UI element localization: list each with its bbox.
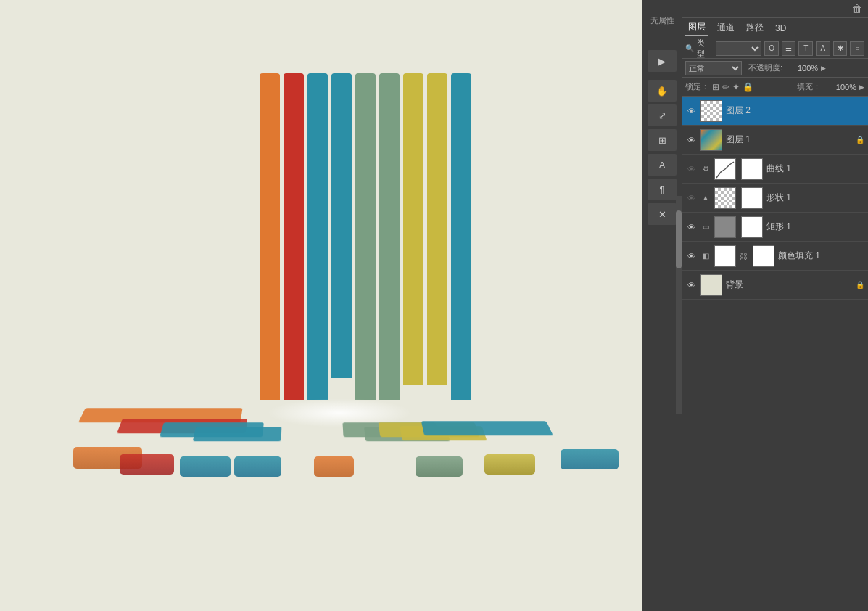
artwork bbox=[67, 52, 575, 559]
blend-select[interactable]: 正常 bbox=[685, 61, 742, 75]
vbar-5 bbox=[355, 73, 376, 400]
fill-value: 100% bbox=[824, 83, 856, 91]
floor-bar-teal3 bbox=[421, 421, 553, 435]
text-button[interactable]: A bbox=[648, 154, 677, 176]
vbar-3 bbox=[307, 73, 328, 400]
trash-icon[interactable]: 🗑 bbox=[852, 3, 862, 15]
layer-row-bg[interactable]: 👁 背景 🔒 bbox=[682, 271, 868, 300]
vbar-1 bbox=[260, 73, 280, 400]
lock-bg: 🔒 bbox=[856, 281, 864, 290]
tab-3d[interactable]: 3D bbox=[772, 22, 789, 35]
vbar-6 bbox=[379, 73, 400, 400]
vbar-2 bbox=[284, 73, 304, 400]
blend-row: 正常 不透明度: 100% ▶ bbox=[682, 59, 868, 78]
eye-layer2[interactable]: 👁 bbox=[685, 105, 697, 117]
opacity-label: 不透明度: bbox=[748, 62, 782, 73]
thumb-rect1 bbox=[714, 216, 736, 238]
rect-icon: ▭ bbox=[700, 221, 711, 233]
eye-shape1[interactable]: 👁 bbox=[685, 192, 697, 204]
layer-name-1: 图层 1 bbox=[726, 134, 852, 146]
puppet-button[interactable]: ✋ bbox=[648, 80, 677, 102]
filter-btn-5[interactable]: ✱ bbox=[833, 41, 848, 56]
opacity-arrow: ▶ bbox=[821, 65, 826, 72]
mask-curves1 bbox=[741, 158, 763, 180]
thumb-shape1 bbox=[714, 187, 736, 209]
eye-fill1[interactable]: 👁 bbox=[685, 250, 697, 262]
fill-arrow: ▶ bbox=[859, 83, 864, 91]
lock-label: 锁定： bbox=[685, 81, 709, 92]
thumb-layer1 bbox=[700, 129, 722, 151]
end-cap-teal2 bbox=[234, 456, 281, 477]
layer-row-layer1[interactable]: 👁 图层 1 🔒 bbox=[682, 126, 868, 155]
eye-bg[interactable]: 👁 bbox=[685, 279, 697, 291]
tab-channels[interactable]: 通道 bbox=[714, 20, 737, 36]
no-properties-label: 无属性 bbox=[644, 9, 680, 31]
tab-layers[interactable]: 图层 bbox=[685, 20, 708, 36]
warp-button[interactable]: ⤢ bbox=[648, 104, 677, 126]
para-button[interactable]: ¶ bbox=[648, 179, 677, 200]
mask-shape1 bbox=[741, 187, 763, 209]
end-cap-teal1 bbox=[180, 456, 231, 477]
layer-row-fill1[interactable]: 👁 ◧ ⛓ 颜色填充 1 bbox=[682, 242, 868, 271]
end-cap-yellow1 bbox=[484, 454, 535, 475]
layer-name-fill: 颜色填充 1 bbox=[778, 250, 864, 262]
scrollbar-thumb[interactable] bbox=[676, 210, 682, 268]
filter-label: 类型 bbox=[697, 38, 713, 60]
lock-icon-all[interactable]: 🔒 bbox=[743, 82, 753, 92]
shape-icon: ▲ bbox=[700, 192, 711, 204]
chain-icon-fill1: ⛓ bbox=[740, 252, 748, 261]
end-cap-teal3 bbox=[561, 449, 619, 469]
end-cap-red bbox=[120, 454, 174, 475]
settings-button[interactable]: ✕ bbox=[648, 203, 677, 225]
eye-curves1[interactable]: 👁 bbox=[685, 163, 697, 175]
mask-rect1 bbox=[741, 216, 763, 238]
scrollbar[interactable] bbox=[676, 196, 682, 414]
floor-bar-teal2 bbox=[192, 427, 281, 441]
vbar-4 bbox=[331, 73, 352, 378]
filter-select[interactable] bbox=[716, 41, 762, 56]
thumb-bg bbox=[700, 274, 722, 296]
tab-paths[interactable]: 路径 bbox=[743, 20, 766, 36]
fill-icon: ◧ bbox=[700, 250, 711, 262]
fill-label: 填充： bbox=[797, 81, 821, 92]
filter-search-icon: 🔍 bbox=[685, 44, 694, 52]
thumb-fill1 bbox=[714, 245, 736, 267]
filter-btn-1[interactable]: Q bbox=[764, 41, 779, 56]
opacity-value: 100% bbox=[785, 64, 818, 73]
lock-icon-pos[interactable]: ⊞ bbox=[712, 82, 719, 92]
vbar-7 bbox=[403, 73, 423, 385]
layer-name-bg: 背景 bbox=[726, 279, 852, 291]
align-button[interactable]: ⊞ bbox=[648, 129, 677, 151]
filter-row: 🔍 类型 Q ☰ T A ✱ ○ bbox=[682, 38, 868, 59]
mask-fill1 bbox=[753, 245, 774, 267]
layer-name-rect: 矩形 1 bbox=[766, 221, 864, 233]
layer-name-curves: 曲线 1 bbox=[766, 163, 864, 175]
trash-bar: 🗑 bbox=[682, 0, 868, 18]
adj-icon-curves: ⚙ bbox=[700, 163, 711, 175]
filter-toggle[interactable]: ○ bbox=[850, 41, 864, 56]
filter-btn-2[interactable]: ☰ bbox=[782, 41, 796, 56]
lock-row: 锁定： ⊞ ✏ ✦ 🔒 填充： 100% ▶ bbox=[682, 78, 868, 97]
end-cap-orange2 bbox=[314, 456, 354, 477]
layer-row-curves1[interactable]: 👁 ⚙ 曲线 1 bbox=[682, 155, 868, 184]
filter-btn-4[interactable]: A bbox=[816, 41, 830, 56]
layer-row-layer2[interactable]: 👁 图层 2 bbox=[682, 97, 868, 126]
lock-icon-draw[interactable]: ✏ bbox=[722, 82, 729, 92]
layer-name-shape: 形状 1 bbox=[766, 192, 864, 204]
lock-icon-art[interactable]: ✦ bbox=[732, 82, 740, 92]
end-cap-green1 bbox=[416, 456, 463, 477]
filter-btn-3[interactable]: T bbox=[798, 41, 813, 56]
layer-name-2: 图层 2 bbox=[726, 104, 864, 117]
eye-rect1[interactable]: 👁 bbox=[685, 221, 697, 233]
eye-layer1[interactable]: 👁 bbox=[685, 134, 697, 146]
vbar-8 bbox=[427, 73, 447, 385]
layer-row-shape1[interactable]: 👁 ▲ 形状 1 bbox=[682, 184, 868, 213]
thumb-curves1 bbox=[714, 158, 736, 180]
play-button[interactable]: ▶ bbox=[648, 50, 677, 72]
layer-row-rect1[interactable]: 👁 ▭ 矩形 1 bbox=[682, 213, 868, 242]
layers-panel: 🗑 图层 通道 路径 3D 🔍 类型 Q ☰ T A ✱ ○ 正常 不透明度: … bbox=[682, 0, 868, 611]
thumb-layer2 bbox=[700, 100, 722, 122]
vbar-9 bbox=[451, 73, 471, 400]
lock-layer1: 🔒 bbox=[856, 136, 864, 144]
canvas-area bbox=[0, 0, 642, 611]
